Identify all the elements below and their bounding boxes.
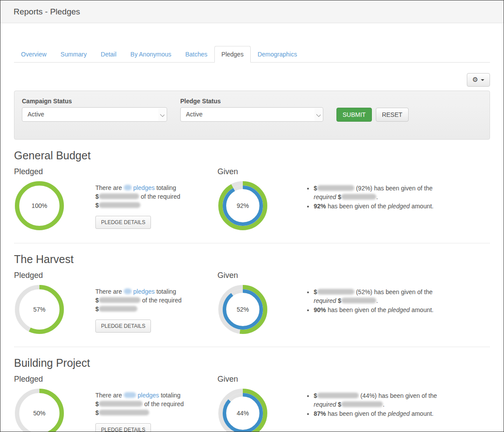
given-percent-label: 92% — [237, 202, 249, 209]
page-header: Reports - Pledges — [0, 0, 504, 23]
filter-buttons: SUBMIT RESET — [336, 108, 409, 122]
reports-pledges-page: Reports - Pledges Overview Summary Detai… — [0, 0, 504, 432]
given-donut-chart: 92% — [217, 180, 268, 231]
campaign-status-value: Active — [28, 111, 44, 118]
options-gear-button[interactable] — [467, 73, 490, 87]
chevron-down-icon — [315, 108, 323, 121]
tab-summary[interactable]: Summary — [53, 46, 94, 63]
given-required-bullet: $ (52%) has been given of the required $… — [314, 288, 442, 305]
redacted-pledge-count — [124, 288, 132, 294]
pledges-link[interactable]: pledges — [124, 184, 155, 191]
section-divider — [14, 243, 490, 243]
options-toolbar — [14, 73, 490, 87]
pledged-heading: Pledged — [14, 271, 95, 280]
tab-detail-label[interactable]: Detail — [94, 46, 123, 63]
pledge-status-field: Pledge Status Active — [180, 98, 323, 122]
given-required-bullet: $ (92%) has been given of the required $… — [314, 184, 442, 201]
caret-down-icon — [481, 79, 484, 81]
tab-detail[interactable]: Detail — [94, 46, 123, 63]
campaign-title: The Harvest — [14, 253, 490, 266]
chevron-down-icon — [158, 108, 167, 121]
pledge-summary-text: There are pledges totaling $ of the requ… — [95, 375, 217, 432]
page-content: Overview Summary Detail By Anonymous Bat… — [0, 46, 504, 432]
tab-demographics-label[interactable]: Demographics — [251, 46, 304, 63]
pledged-donut-chart: 50% — [14, 388, 65, 432]
given-summary-list: $ (52%) has been given of the required $… — [306, 288, 442, 314]
campaign-status-field: Campaign Status Active — [22, 98, 167, 122]
given-donut-chart: 44% — [217, 388, 268, 432]
campaign-status-select[interactable]: Active — [22, 107, 167, 122]
tab-by-anonymous-label[interactable]: By Anonymous — [123, 46, 178, 63]
pledge-status-select[interactable]: Active — [180, 107, 323, 122]
redacted-given-amount — [317, 185, 354, 191]
redacted-required-total — [99, 410, 149, 415]
given-pledged-bullet: 92% has been given of the pledged amount… — [314, 202, 442, 211]
campaign-status-label: Campaign Status — [22, 98, 167, 105]
redacted-required-amount — [341, 194, 376, 200]
pledges-link[interactable]: pledges — [124, 288, 155, 295]
tab-overview[interactable]: Overview — [14, 46, 53, 63]
pledge-summary-text: There are pledges totaling $ of the requ… — [95, 167, 217, 233]
redacted-pledge-count — [124, 392, 136, 398]
report-tabs: Overview Summary Detail By Anonymous Bat… — [14, 46, 490, 63]
given-percent-label: 52% — [237, 306, 249, 313]
redacted-required-amount — [341, 298, 376, 303]
pledged-percent-label: 57% — [33, 306, 46, 313]
given-pledged-bullet: 90% has been given of the pledged amount… — [314, 306, 442, 314]
campaign-section-the-harvest: The Harvest Pledged 57% There are pledge… — [14, 253, 490, 347]
campaign-title: Building Project — [14, 357, 490, 369]
pledge-details-button[interactable]: PLEDGE DETAILS — [95, 320, 151, 333]
campaign-section-general-budget: General Budget Pledged 100% There are pl… — [14, 149, 490, 243]
redacted-pledged-total — [99, 193, 139, 199]
given-percent-label: 44% — [237, 410, 249, 417]
pledged-heading: Pledged — [14, 375, 95, 384]
given-pledged-bullet: 87% has been given of the pledged amount… — [314, 409, 442, 418]
given-summary-list: $ (44%) has been given of the required $… — [306, 391, 442, 418]
tab-batches-label[interactable]: Batches — [178, 46, 214, 63]
tab-demographics[interactable]: Demographics — [251, 46, 304, 63]
redacted-pledge-count — [124, 185, 132, 190]
filter-panel: Campaign Status Active Pledge Status Act… — [14, 91, 490, 140]
section-divider — [14, 347, 490, 347]
given-summary-list: $ (92%) has been given of the required $… — [306, 184, 442, 211]
redacted-required-total — [99, 306, 137, 312]
submit-button[interactable]: SUBMIT — [336, 108, 372, 122]
redacted-required-amount — [341, 401, 383, 407]
tab-pledges[interactable]: Pledges — [214, 46, 251, 63]
given-required-bullet: $ (44%) has been given of the required $… — [314, 391, 442, 409]
redacted-pledged-total — [99, 297, 140, 303]
tab-batches[interactable]: Batches — [178, 46, 214, 63]
pledge-status-value: Active — [186, 111, 203, 118]
pledged-donut-chart: 57% — [14, 284, 65, 335]
pledge-details-button[interactable]: PLEDGE DETAILS — [95, 216, 151, 229]
pledged-heading: Pledged — [14, 167, 95, 176]
given-donut-chart: 52% — [217, 284, 268, 335]
given-heading: Given — [217, 375, 306, 384]
pledge-details-button[interactable]: PLEDGE DETAILS — [95, 423, 151, 432]
tab-overview-label[interactable]: Overview — [14, 46, 53, 63]
redacted-pledged-total — [99, 401, 143, 407]
page-title: Reports - Pledges — [0, 0, 504, 23]
redacted-given-amount — [317, 393, 359, 398]
gear-icon — [472, 77, 478, 83]
given-heading: Given — [217, 271, 306, 280]
reset-button[interactable]: RESET — [376, 108, 409, 122]
redacted-required-total — [99, 202, 140, 208]
pledge-summary-text: There are pledges totaling $ of the requ… — [95, 271, 217, 337]
tab-pledges-label[interactable]: Pledges — [214, 46, 251, 63]
campaign-section-building-project: Building Project Pledged 50% There are p… — [14, 357, 490, 432]
pledged-percent-label: 100% — [32, 202, 47, 209]
pledges-link[interactable]: pledges — [124, 392, 159, 399]
tab-by-anonymous[interactable]: By Anonymous — [123, 46, 178, 63]
redacted-given-amount — [317, 289, 354, 295]
pledged-percent-label: 50% — [33, 410, 46, 417]
campaign-title: General Budget — [14, 149, 490, 162]
given-heading: Given — [217, 167, 306, 176]
tab-summary-label[interactable]: Summary — [53, 46, 94, 63]
pledge-status-label: Pledge Status — [180, 98, 323, 105]
pledged-donut-chart: 100% — [14, 180, 65, 231]
